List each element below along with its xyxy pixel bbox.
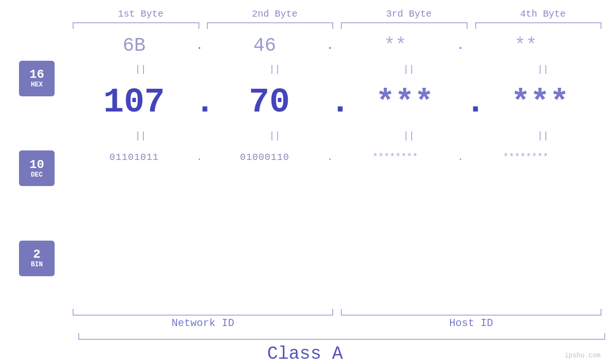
top-brackets [64, 22, 610, 29]
bottom-brackets [64, 309, 610, 316]
badges-column: 16 HEX 10 DEC 2 BIN [0, 29, 74, 308]
watermark: ipshu.com [564, 352, 601, 359]
bracket-bottom-network [73, 309, 333, 316]
eq-row2: || || || || [74, 129, 610, 143]
bin-b3-value: ******** [372, 152, 418, 163]
eq22: || [208, 131, 342, 141]
byte2-header: 2nd Byte [209, 9, 340, 19]
dec-b1-cell: 107 [74, 83, 195, 122]
dec-badge-number: 10 [29, 159, 44, 171]
bin-b1-value: 01101011 [109, 152, 159, 163]
hex-b3-value: ** [384, 35, 406, 56]
bin-dot3: . [456, 152, 465, 163]
data-rows: 6B . 46 . ** . ** || || || || [74, 29, 610, 308]
bin-b1-cell: 01101011 [74, 152, 195, 163]
hex-badge-label: HEX [31, 81, 43, 89]
hex-dot1: . [195, 38, 204, 53]
hex-badge: 16 HEX [19, 61, 55, 96]
hex-b4-cell: ** [465, 35, 586, 56]
dec-b3-value: *** [375, 84, 433, 121]
eq4: || [476, 64, 610, 75]
bin-badge-label: BIN [31, 261, 43, 269]
class-label: Class A [0, 344, 610, 364]
dec-b2-cell: 70 [209, 83, 330, 122]
bracket-top-2 [207, 22, 334, 29]
bracket-top-1 [73, 22, 199, 29]
bin-dot1: . [195, 152, 204, 163]
dec-b4-value: *** [511, 84, 569, 121]
content-area: 16 HEX 10 DEC 2 BIN 6B . 46 [0, 29, 610, 308]
dec-badge-label: DEC [31, 171, 43, 179]
byte-headers: 1st Byte 2nd Byte 3rd Byte 4th Byte [0, 9, 610, 19]
id-labels: Network ID Host ID [64, 317, 610, 329]
dec-dot2: . [330, 85, 344, 120]
bin-dot2: . [325, 152, 335, 163]
hex-row: 6B . 46 . ** . ** [74, 29, 610, 62]
bin-b2-value: 01000110 [240, 152, 289, 163]
eq-row: || || || || [74, 62, 610, 76]
hex-b2-cell: 46 [204, 35, 325, 56]
dec-dot3: . [465, 85, 479, 120]
bracket-top-3 [341, 22, 468, 29]
bin-badge-number: 2 [33, 248, 41, 261]
byte4-header: 4th Byte [478, 9, 608, 19]
dec-b4-cell: *** [479, 84, 601, 121]
hex-b1-cell: 6B [74, 35, 195, 56]
bracket-bottom-host [341, 309, 601, 316]
main-container: 1st Byte 2nd Byte 3rd Byte 4th Byte 16 H… [0, 0, 610, 364]
hex-b3-cell: ** [335, 35, 456, 56]
dec-row: 107 . 70 . *** . *** [74, 76, 610, 129]
eq21: || [74, 131, 208, 141]
hex-b4-value: ** [514, 35, 537, 56]
dec-b3-cell: *** [344, 84, 465, 121]
dec-b2-value: 70 [249, 83, 290, 122]
byte1-header: 1st Byte [75, 9, 206, 19]
dec-b1-value: 107 [103, 83, 165, 122]
hex-b2-value: 46 [253, 35, 276, 56]
bin-b4-value: ******** [503, 152, 548, 163]
hex-b1-value: 6B [122, 35, 145, 56]
bin-badge: 2 BIN [19, 241, 55, 276]
eq1: || [74, 64, 208, 75]
host-id-label: Host ID [337, 317, 605, 329]
eq3: || [342, 64, 476, 75]
dec-dot1: . [195, 85, 209, 120]
bin-row: 01101011 . 01000110 . ******** . *******… [74, 143, 610, 171]
hex-dot2: . [325, 38, 335, 53]
eq24: || [476, 131, 610, 141]
hex-badge-number: 16 [29, 68, 44, 81]
bin-b2-cell: 01000110 [204, 152, 325, 163]
bin-b3-cell: ******** [335, 152, 456, 163]
eq23: || [342, 131, 476, 141]
bracket-full [78, 333, 605, 340]
bin-b4-cell: ******** [465, 152, 586, 163]
network-id-label: Network ID [69, 317, 337, 329]
hex-dot3: . [456, 38, 465, 53]
eq2: || [208, 64, 342, 75]
bracket-top-4 [475, 22, 602, 29]
byte3-header: 3rd Byte [344, 9, 474, 19]
dec-badge: 10 DEC [19, 150, 55, 186]
